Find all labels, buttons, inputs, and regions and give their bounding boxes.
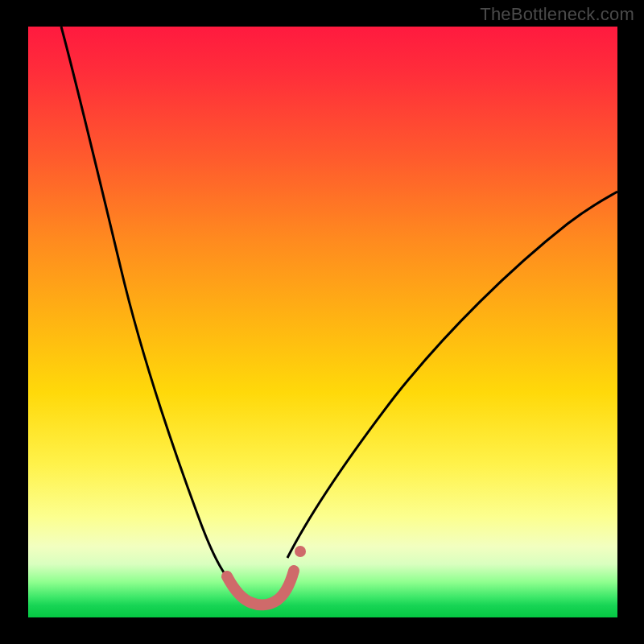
right-branch-curve [287, 192, 617, 558]
chart-frame: TheBottleneck.com [0, 0, 644, 644]
plot-area [28, 27, 617, 617]
left-branch-curve [61, 27, 228, 578]
valley-marker-path [227, 571, 294, 605]
curve-svg [28, 27, 617, 617]
watermark-text: TheBottleneck.com [480, 4, 634, 25]
valley-dot [295, 546, 306, 557]
